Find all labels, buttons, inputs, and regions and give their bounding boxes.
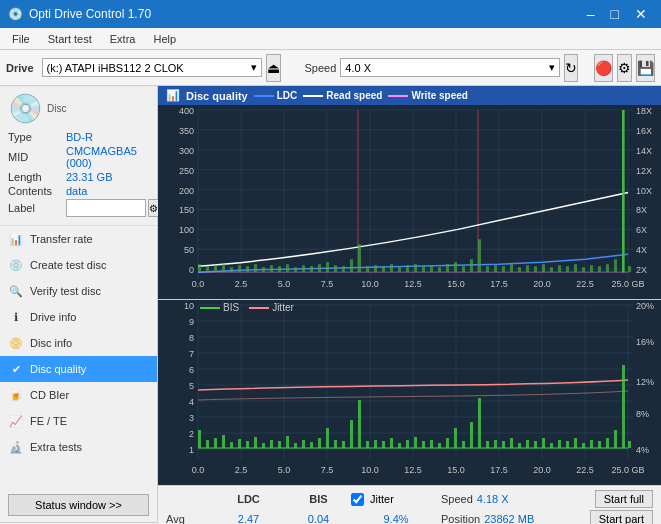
svg-rect-43 <box>350 259 353 272</box>
svg-rect-136 <box>246 441 249 448</box>
stats-bis-header: BIS <box>286 493 351 505</box>
svg-rect-171 <box>526 440 529 448</box>
svg-rect-108 <box>158 300 661 485</box>
nav-fe-te-label: FE / TE <box>30 415 67 427</box>
bottom-chart-svg: 10 9 8 7 6 5 4 3 2 1 20% 16% <box>158 300 661 485</box>
disc-length-label: Length <box>8 171 66 183</box>
svg-rect-183 <box>622 365 625 448</box>
svg-rect-168 <box>502 441 505 448</box>
speed-combo[interactable]: 4.0 X ▾ <box>340 58 560 77</box>
svg-rect-76 <box>614 259 617 272</box>
nav-disc-quality[interactable]: ✔ Disc quality <box>0 356 157 382</box>
burn-button[interactable]: 🔴 <box>594 54 613 82</box>
svg-rect-38 <box>310 266 313 272</box>
svg-rect-182 <box>614 430 617 448</box>
nav-verify-test-disc[interactable]: 🔍 Verify test disc <box>0 278 157 304</box>
svg-text:5: 5 <box>189 381 194 391</box>
svg-rect-180 <box>598 441 601 448</box>
create-test-disc-icon: 💿 <box>8 257 24 273</box>
drive-combo[interactable]: (k:) ATAPI iHBS112 2 CLOK ▾ <box>42 58 262 77</box>
svg-rect-159 <box>430 440 433 448</box>
settings-button[interactable]: ⚙ <box>617 54 632 82</box>
svg-text:10: 10 <box>184 301 194 311</box>
svg-rect-165 <box>478 398 481 448</box>
svg-rect-42 <box>342 266 345 272</box>
svg-rect-25 <box>206 266 209 272</box>
jitter-checkbox[interactable] <box>351 493 364 506</box>
svg-text:20.0: 20.0 <box>533 465 551 475</box>
svg-text:22.5: 22.5 <box>576 465 594 475</box>
svg-rect-162 <box>454 428 457 448</box>
svg-text:7.5: 7.5 <box>321 279 334 289</box>
svg-rect-141 <box>286 436 289 448</box>
save-button[interactable]: 💾 <box>636 54 655 82</box>
nav-fe-te[interactable]: 📈 FE / TE <box>0 408 157 434</box>
svg-rect-184 <box>628 441 631 448</box>
disc-type-value: BD-R <box>66 131 93 143</box>
nav-drive-info[interactable]: ℹ Drive info <box>0 304 157 330</box>
svg-text:9: 9 <box>189 317 194 327</box>
maximize-button[interactable]: □ <box>605 4 625 24</box>
close-button[interactable]: ✕ <box>629 4 653 24</box>
svg-text:6: 6 <box>189 365 194 375</box>
status-window-button[interactable]: Status window >> <box>8 494 149 516</box>
svg-text:2.5: 2.5 <box>235 279 248 289</box>
start-part-button[interactable]: Start part <box>590 510 653 524</box>
svg-rect-177 <box>574 438 577 448</box>
menu-bar: File Start test Extra Help <box>0 28 661 50</box>
svg-rect-41 <box>334 265 337 272</box>
bottom-chart-legend: BIS Jitter <box>200 302 294 313</box>
svg-rect-54 <box>438 267 441 272</box>
svg-rect-173 <box>542 438 545 448</box>
start-full-button[interactable]: Start full <box>595 490 653 508</box>
menu-start-test[interactable]: Start test <box>40 31 100 47</box>
menu-extra[interactable]: Extra <box>102 31 144 47</box>
legend-read-speed: Read speed <box>303 90 382 101</box>
svg-text:400: 400 <box>179 106 194 116</box>
disc-info-icon: 📀 <box>8 335 24 351</box>
content-area: 📊 Disc quality LDC Read speed Write spee… <box>158 86 661 522</box>
bottom-chart: BIS Jitter <box>158 300 661 485</box>
menu-help[interactable]: Help <box>145 31 184 47</box>
main-layout: 💿 Disc Type BD-R MID CMCMAGBA5 (000) Len… <box>0 86 661 522</box>
disc-label-input[interactable] <box>66 199 146 217</box>
nav-transfer-rate[interactable]: 📊 Transfer rate <box>0 226 157 252</box>
svg-rect-151 <box>366 441 369 448</box>
minimize-button[interactable]: – <box>581 4 601 24</box>
disc-label-label: Label <box>8 202 66 214</box>
svg-text:15.0: 15.0 <box>447 465 465 475</box>
disc-icon-row: 💿 Disc <box>8 92 149 125</box>
svg-text:350: 350 <box>179 126 194 136</box>
svg-rect-137 <box>254 437 257 448</box>
svg-rect-61 <box>494 265 497 272</box>
svg-text:7: 7 <box>189 349 194 359</box>
svg-rect-140 <box>278 441 281 448</box>
svg-rect-44 <box>358 244 361 272</box>
svg-rect-58 <box>470 259 473 272</box>
svg-text:0.0: 0.0 <box>192 279 205 289</box>
svg-rect-45 <box>366 266 369 272</box>
svg-text:8X: 8X <box>636 205 647 215</box>
nav-create-test-disc[interactable]: 💿 Create test disc <box>0 252 157 278</box>
svg-text:200: 200 <box>179 186 194 196</box>
nav-disc-info[interactable]: 📀 Disc info <box>0 330 157 356</box>
nav-extra-tests[interactable]: 🔬 Extra tests <box>0 434 157 460</box>
legend-jitter-color <box>249 307 269 309</box>
svg-rect-52 <box>422 266 425 272</box>
svg-rect-71 <box>574 264 577 272</box>
svg-rect-50 <box>406 265 409 272</box>
refresh-button[interactable]: ↻ <box>564 54 578 82</box>
nav-cd-bier[interactable]: 🍺 CD BIer <box>0 382 157 408</box>
legend-bis-color <box>200 307 220 309</box>
menu-file[interactable]: File <box>4 31 38 47</box>
svg-rect-149 <box>350 420 353 448</box>
svg-text:2.5: 2.5 <box>235 465 248 475</box>
svg-rect-166 <box>486 441 489 448</box>
svg-text:12.5: 12.5 <box>404 465 422 475</box>
svg-rect-29 <box>238 265 241 272</box>
svg-rect-148 <box>342 441 345 448</box>
legend-write-speed-label: Write speed <box>411 90 468 101</box>
svg-text:0.0: 0.0 <box>192 465 205 475</box>
svg-rect-66 <box>534 266 537 272</box>
eject-button[interactable]: ⏏ <box>266 54 281 82</box>
